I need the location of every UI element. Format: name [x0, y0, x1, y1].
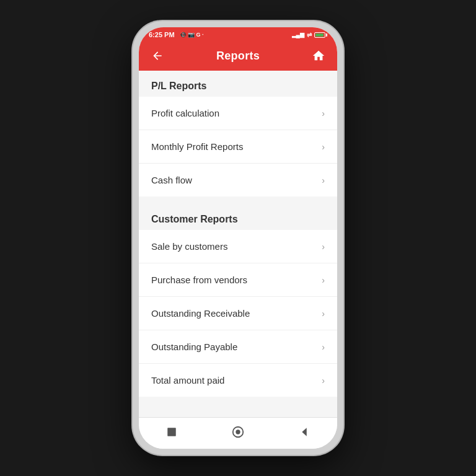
status-time: 6:25 PM 📵 📷 G · [149, 31, 204, 38]
content-area: P/L Reports Profit calculation › Monthly… [139, 71, 337, 417]
chevron-icon: › [322, 142, 325, 152]
status-bar: 6:25 PM 📵 📷 G · ▂▄▆ ⇌ [139, 27, 337, 41]
customer-reports-list: Sale by customers › Purchase from vendor… [139, 230, 337, 397]
list-item-outstanding-receivable[interactable]: Outstanding Receivable › [139, 297, 337, 330]
home-button[interactable] [310, 47, 327, 64]
section-customer-reports: Customer Reports Sale by customers › Pur… [139, 204, 337, 397]
app-bar: Reports [139, 41, 337, 71]
section-header-pl: P/L Reports [139, 71, 337, 97]
svg-point-2 [236, 430, 240, 434]
status-icons: ▂▄▆ ⇌ [292, 32, 327, 38]
nav-circle-button[interactable] [230, 424, 246, 440]
list-item-outstanding-payable[interactable]: Outstanding Payable › [139, 330, 337, 364]
chevron-icon: › [322, 175, 325, 185]
phone-screen: 6:25 PM 📵 📷 G · ▂▄▆ ⇌ Re [139, 27, 337, 449]
nav-square-button[interactable] [164, 424, 180, 440]
bottom-spacer [139, 397, 337, 404]
section-header-customer: Customer Reports [139, 204, 337, 230]
back-button[interactable] [149, 47, 166, 64]
svg-rect-0 [168, 428, 177, 436]
list-item-cash-flow[interactable]: Cash flow › [139, 164, 337, 196]
battery-icon [314, 32, 327, 38]
chevron-icon: › [322, 376, 325, 386]
chevron-icon: › [322, 275, 325, 285]
list-item-monthly-profit-reports[interactable]: Monthly Profit Reports › [139, 130, 337, 164]
bottom-nav [139, 417, 337, 449]
chevron-icon: › [322, 309, 325, 319]
nav-back-button[interactable] [296, 424, 312, 440]
chevron-icon: › [322, 242, 325, 252]
list-item-sale-by-customers[interactable]: Sale by customers › [139, 230, 337, 263]
list-item-purchase-from-vendors[interactable]: Purchase from vendors › [139, 263, 337, 297]
section-separator [139, 196, 337, 204]
page-title: Reports [216, 50, 260, 63]
section-pl-reports: P/L Reports Profit calculation › Monthly… [139, 71, 337, 196]
svg-marker-3 [302, 428, 307, 436]
chevron-icon: › [322, 108, 325, 118]
chevron-icon: › [322, 342, 325, 352]
list-item-total-amount-paid[interactable]: Total amount paid › [139, 364, 337, 397]
pl-reports-list: Profit calculation › Monthly Profit Repo… [139, 97, 337, 196]
phone-device: 6:25 PM 📵 📷 G · ▂▄▆ ⇌ Re [133, 21, 343, 455]
list-item-profit-calculation[interactable]: Profit calculation › [139, 97, 337, 130]
